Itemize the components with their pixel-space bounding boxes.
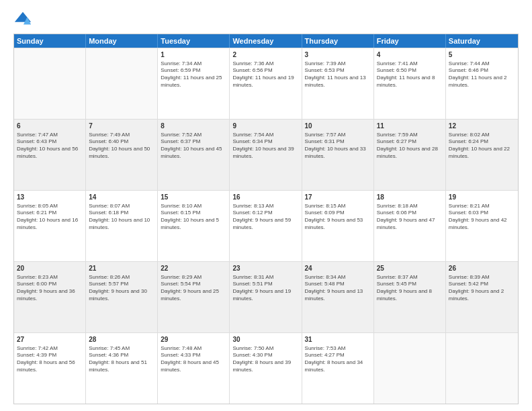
cell-text: Sunset: 6:46 PM — [449, 67, 515, 75]
cal-week: 1Sunrise: 7:34 AMSunset: 6:59 PMDaylight… — [14, 48, 518, 119]
cell-text: Sunset: 6:24 PM — [449, 138, 515, 146]
day-number: 1 — [161, 50, 226, 60]
day-number: 4 — [377, 50, 443, 60]
cell-text: Sunset: 5:48 PM — [305, 281, 371, 288]
calendar: SundayMondayTuesdayWednesdayThursdayFrid… — [13, 34, 519, 404]
cell-text: Sunrise: 7:39 AM — [305, 60, 371, 68]
cal-cell — [446, 333, 518, 404]
header — [13, 11, 519, 30]
cell-text: Sunset: 4:39 PM — [17, 352, 83, 359]
cell-text: Sunrise: 7:50 AM — [232, 345, 298, 353]
cell-text: Sunrise: 8:29 AM — [161, 274, 226, 281]
cell-text: Daylight: 10 hours and 16 minutes. — [17, 217, 83, 232]
cell-text: Sunset: 6:40 PM — [89, 138, 154, 146]
cal-cell: 28Sunrise: 7:45 AMSunset: 4:36 PMDayligh… — [86, 333, 158, 404]
cal-cell: 24Sunrise: 8:34 AMSunset: 5:48 PMDayligh… — [302, 262, 374, 332]
cell-text: Sunset: 4:30 PM — [232, 352, 298, 359]
cal-cell: 15Sunrise: 8:10 AMSunset: 6:15 PMDayligh… — [158, 191, 230, 261]
cell-text: Daylight: 9 hours and 47 minutes. — [377, 217, 443, 232]
cell-text: Sunrise: 8:34 AM — [305, 274, 371, 281]
cell-text: Sunrise: 7:57 AM — [305, 132, 371, 139]
cal-cell: 3Sunrise: 7:39 AMSunset: 6:53 PMDaylight… — [302, 48, 374, 119]
day-number: 3 — [305, 50, 371, 60]
cell-text: Sunset: 6:15 PM — [161, 210, 226, 217]
cell-text: Daylight: 11 hours and 8 minutes. — [377, 75, 443, 89]
calendar-header: SundayMondayTuesdayWednesdayThursdayFrid… — [14, 34, 518, 48]
cell-text: Sunrise: 7:36 AM — [232, 60, 298, 68]
cal-cell: 19Sunrise: 8:21 AMSunset: 6:03 PMDayligh… — [446, 191, 518, 261]
cell-text: Sunset: 6:59 PM — [161, 67, 226, 75]
cal-cell: 26Sunrise: 8:39 AMSunset: 5:42 PMDayligh… — [446, 262, 518, 332]
cell-text: Sunset: 6:53 PM — [305, 67, 371, 75]
cell-text: Daylight: 11 hours and 2 minutes. — [449, 75, 515, 89]
day-number: 14 — [89, 193, 154, 202]
cell-text: Sunrise: 8:31 AM — [232, 274, 298, 281]
cal-week: 6Sunrise: 7:47 AMSunset: 6:43 PMDaylight… — [14, 119, 518, 190]
cell-text: Daylight: 9 hours and 25 minutes. — [161, 288, 226, 303]
cal-cell: 14Sunrise: 8:07 AMSunset: 6:18 PMDayligh… — [86, 191, 158, 261]
cell-text: Sunset: 6:09 PM — [305, 210, 371, 217]
calendar-body: 1Sunrise: 7:34 AMSunset: 6:59 PMDaylight… — [14, 48, 518, 404]
cal-cell: 17Sunrise: 8:15 AMSunset: 6:09 PMDayligh… — [302, 191, 374, 261]
day-number: 10 — [305, 122, 371, 131]
cal-cell: 22Sunrise: 8:29 AMSunset: 5:54 PMDayligh… — [158, 262, 230, 332]
cell-text: Daylight: 10 hours and 50 minutes. — [89, 146, 154, 161]
cell-text: Sunrise: 8:13 AM — [232, 203, 298, 210]
day-number: 21 — [89, 264, 154, 273]
cell-text: Daylight: 10 hours and 45 minutes. — [161, 146, 226, 161]
cell-text: Sunrise: 7:44 AM — [449, 60, 515, 68]
day-number: 27 — [17, 335, 83, 345]
cell-text: Sunset: 6:18 PM — [89, 210, 154, 217]
day-number: 2 — [232, 50, 298, 60]
day-number: 16 — [232, 193, 298, 202]
cell-text: Sunset: 6:27 PM — [377, 138, 443, 146]
cell-text: Sunrise: 8:26 AM — [89, 274, 154, 281]
cell-text: Sunset: 6:56 PM — [232, 67, 298, 75]
day-number: 9 — [232, 122, 298, 131]
cell-text: Sunset: 6:37 PM — [161, 138, 226, 146]
logo — [13, 11, 34, 30]
cal-cell: 12Sunrise: 8:02 AMSunset: 6:24 PMDayligh… — [446, 120, 518, 190]
cell-text: Sunrise: 8:15 AM — [305, 203, 371, 210]
cell-text: Sunrise: 7:34 AM — [161, 60, 226, 68]
cell-text: Daylight: 10 hours and 22 minutes. — [449, 146, 515, 161]
cal-cell: 4Sunrise: 7:41 AMSunset: 6:50 PMDaylight… — [374, 48, 446, 119]
cal-cell: 8Sunrise: 7:52 AMSunset: 6:37 PMDaylight… — [158, 120, 230, 190]
cell-text: Daylight: 11 hours and 25 minutes. — [161, 75, 226, 89]
cal-header-day: Tuesday — [158, 34, 230, 48]
cell-text: Sunrise: 7:52 AM — [161, 132, 226, 139]
cal-cell: 7Sunrise: 7:49 AMSunset: 6:40 PMDaylight… — [86, 120, 158, 190]
day-number: 23 — [232, 264, 298, 273]
day-number: 24 — [305, 264, 371, 273]
cal-week: 27Sunrise: 7:42 AMSunset: 4:39 PMDayligh… — [14, 332, 518, 404]
day-number: 11 — [377, 122, 443, 131]
cell-text: Sunset: 4:27 PM — [305, 352, 371, 359]
cal-cell: 20Sunrise: 8:23 AMSunset: 6:00 PMDayligh… — [14, 262, 86, 332]
cell-text: Sunset: 6:03 PM — [449, 210, 515, 217]
cell-text: Sunrise: 8:37 AM — [377, 274, 443, 281]
cell-text: Daylight: 9 hours and 53 minutes. — [305, 217, 371, 232]
cell-text: Daylight: 8 hours and 39 minutes. — [232, 359, 298, 374]
cell-text: Sunrise: 8:07 AM — [89, 203, 154, 210]
cal-cell: 2Sunrise: 7:36 AMSunset: 6:56 PMDaylight… — [230, 48, 302, 119]
cell-text: Daylight: 9 hours and 30 minutes. — [89, 288, 154, 303]
cell-text: Sunrise: 7:47 AM — [17, 132, 83, 139]
cell-text: Daylight: 11 hours and 19 minutes. — [232, 75, 298, 89]
day-number: 5 — [449, 50, 515, 60]
cell-text: Sunrise: 7:54 AM — [232, 132, 298, 139]
cell-text: Sunset: 5:51 PM — [232, 281, 298, 288]
cell-text: Sunset: 5:57 PM — [89, 281, 154, 288]
cell-text: Sunrise: 7:49 AM — [89, 132, 154, 139]
cal-header-day: Thursday — [302, 34, 374, 48]
cell-text: Sunrise: 7:53 AM — [305, 345, 371, 353]
cell-text: Daylight: 9 hours and 42 minutes. — [449, 217, 515, 232]
cell-text: Daylight: 9 hours and 2 minutes. — [449, 288, 515, 303]
day-number: 19 — [449, 193, 515, 202]
day-number: 28 — [89, 335, 154, 345]
cell-text: Sunrise: 7:42 AM — [17, 345, 83, 353]
cal-cell: 21Sunrise: 8:26 AMSunset: 5:57 PMDayligh… — [86, 262, 158, 332]
cal-cell: 9Sunrise: 7:54 AMSunset: 6:34 PMDaylight… — [230, 120, 302, 190]
cell-text: Daylight: 10 hours and 28 minutes. — [377, 146, 443, 161]
cell-text: Sunset: 5:42 PM — [449, 281, 515, 288]
cell-text: Sunset: 4:33 PM — [161, 352, 226, 359]
